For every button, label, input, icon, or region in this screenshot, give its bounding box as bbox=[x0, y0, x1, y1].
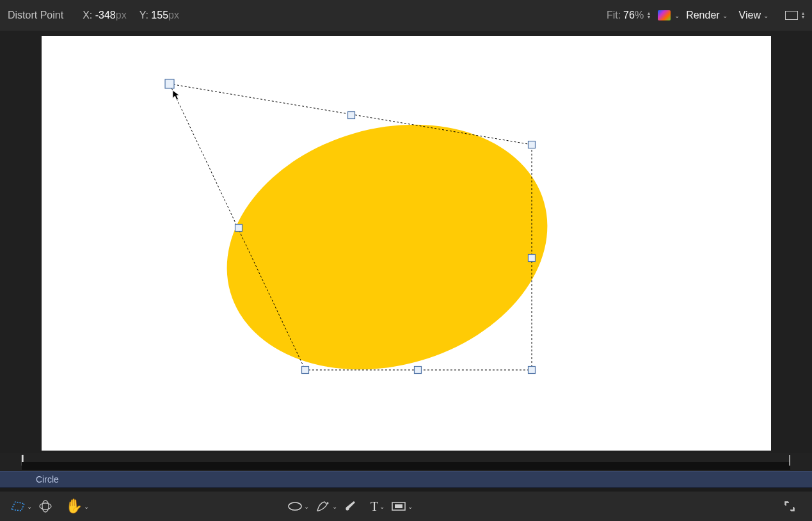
bottom-toolbar: ⌄ ✋ ⌄ ⌄ ⌄ T ⌄ ⌄ bbox=[0, 492, 812, 521]
tool-name-label: Distort Point bbox=[8, 10, 63, 21]
timeline-range[interactable] bbox=[22, 462, 790, 470]
text-tool-button[interactable]: T ⌄ bbox=[370, 499, 385, 514]
svg-rect-5 bbox=[395, 504, 402, 508]
fit-pct: % bbox=[635, 10, 644, 21]
top-toolbar: Distort Point X: -348 px Y: 155 px Fit: … bbox=[0, 0, 812, 31]
brush-tool-button[interactable] bbox=[344, 500, 358, 513]
canvas-viewport bbox=[0, 31, 812, 453]
svg-point-0 bbox=[40, 503, 51, 509]
mouse-cursor-icon bbox=[172, 90, 181, 101]
text-icon: T bbox=[370, 499, 378, 514]
shape-tool-button[interactable]: ⌄ bbox=[287, 501, 309, 511]
x-label: X: bbox=[83, 10, 92, 21]
color-channel-swatch[interactable]: ⌄ bbox=[658, 10, 680, 20]
aspect-icon[interactable] bbox=[785, 11, 798, 20]
track-label: Circle bbox=[36, 474, 59, 485]
gradient-swatch-icon bbox=[658, 10, 671, 20]
svg-point-1 bbox=[42, 501, 49, 512]
mask-tool-button[interactable]: ⌄ bbox=[391, 501, 413, 511]
resize-handle-icon[interactable] bbox=[784, 501, 795, 512]
hand-icon: ✋ bbox=[65, 498, 83, 515]
distort-handle[interactable] bbox=[165, 79, 174, 88]
mini-timeline[interactable]: ▎ ▕ bbox=[0, 453, 812, 471]
y-label: Y: bbox=[139, 10, 148, 21]
out-point-icon[interactable]: ▕ bbox=[783, 455, 790, 465]
distort-handle[interactable] bbox=[528, 367, 535, 374]
y-value[interactable]: 155 bbox=[151, 10, 168, 21]
x-value[interactable]: -348 bbox=[95, 10, 116, 21]
chevron-down-icon: ⌄ bbox=[332, 503, 337, 510]
distort-tool-button[interactable]: ⌄ bbox=[10, 501, 32, 512]
timeline-track[interactable]: Circle bbox=[0, 471, 812, 488]
render-menu[interactable]: Render bbox=[686, 10, 719, 21]
canvas[interactable] bbox=[42, 36, 771, 451]
pen-tool-button[interactable]: ⌄ bbox=[315, 500, 337, 513]
chevron-down-icon: ⌄ bbox=[722, 12, 728, 19]
chevron-down-icon: ⌄ bbox=[84, 503, 89, 510]
distort-handle[interactable] bbox=[235, 225, 242, 232]
aspect-stepper-icon[interactable]: ▴▾ bbox=[802, 12, 804, 19]
x-unit: px bbox=[116, 10, 127, 21]
svg-point-3 bbox=[327, 502, 329, 504]
distort-handle[interactable] bbox=[414, 367, 421, 374]
3d-transform-tool-button[interactable] bbox=[38, 499, 52, 513]
distort-handle[interactable] bbox=[301, 367, 308, 374]
fit-label: Fit: bbox=[607, 10, 621, 21]
chevron-down-icon: ⌄ bbox=[27, 503, 32, 510]
fit-stepper-icon[interactable]: ▴▾ bbox=[648, 12, 650, 19]
chevron-down-icon: ⌄ bbox=[304, 503, 309, 510]
distort-handle[interactable] bbox=[347, 112, 354, 119]
view-menu[interactable]: View bbox=[739, 10, 761, 21]
hand-tool-button[interactable]: ✋ ⌄ bbox=[65, 498, 89, 515]
distort-handle[interactable] bbox=[528, 255, 535, 262]
svg-point-2 bbox=[289, 502, 301, 510]
chevron-down-icon: ⌄ bbox=[674, 12, 680, 19]
chevron-down-icon: ⌄ bbox=[763, 12, 768, 19]
y-unit: px bbox=[168, 10, 179, 21]
canvas-shape[interactable] bbox=[197, 88, 576, 406]
canvas-svg bbox=[42, 36, 771, 451]
distort-handle[interactable] bbox=[528, 141, 535, 148]
fit-control[interactable]: Fit: 76 % ▴▾ bbox=[607, 10, 650, 21]
fit-value: 76 bbox=[623, 10, 635, 21]
chevron-down-icon: ⌄ bbox=[408, 503, 413, 510]
chevron-down-icon: ⌄ bbox=[379, 503, 385, 510]
